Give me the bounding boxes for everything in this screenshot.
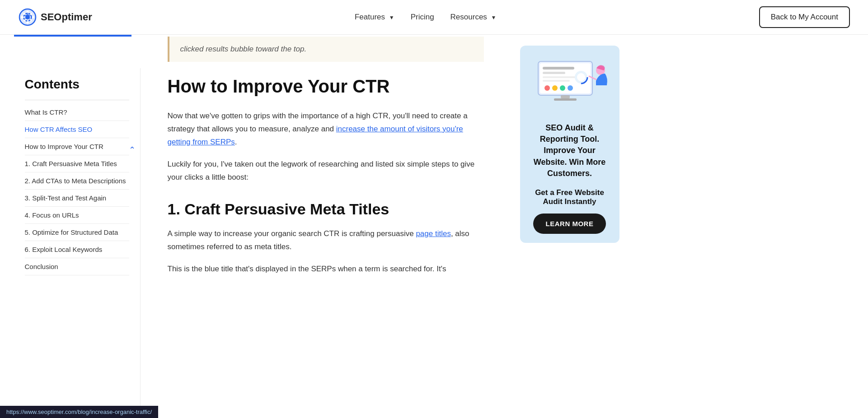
learn-more-button[interactable]: LEARN MORE [533,214,606,234]
svg-point-10 [577,73,585,81]
sidebar-title: Contents [25,77,129,92]
svg-point-14 [568,85,573,91]
logo-icon [18,8,37,27]
logo-text: SEOptimer [41,11,92,23]
chevron-down-icon: ▼ [491,14,497,21]
main-nav: Features ▼ Pricing Resources ▼ [355,13,497,22]
back-to-account-button[interactable]: Back to My Account [759,6,850,28]
sidebar-divider [25,100,129,100]
sidebar-item-add-ctas[interactable]: 2. Add CTAs to Meta Descriptions [25,172,129,190]
article-intro-para1: Now that we've gotten to grips with the … [168,110,484,149]
chevron-down-icon: ▼ [389,14,394,21]
svg-rect-6 [543,72,565,74]
nav-item-features[interactable]: Features ▼ [355,13,394,22]
ad-title: SEO Audit & Reporting Tool. Improve Your… [529,122,610,179]
page-titles-link[interactable]: page titles [416,229,451,238]
nav-item-resources[interactable]: Resources ▼ [450,13,497,22]
quote-block: clicked results bubble toward the top. [168,37,484,62]
sidebar-item-craft-meta-titles[interactable]: 1. Craft Persuasive Meta Titles [25,155,129,172]
header: SEOptimer Features ▼ Pricing Resources ▼ [0,0,868,35]
article-main-heading: How to Improve Your CTR [168,75,484,97]
sidebar-item-how-ctr-affects-seo[interactable]: How CTR Affects SEO [25,121,129,138]
article-subsection-heading: 1. Craft Persuasive Meta Titles [168,200,484,218]
svg-rect-15 [561,95,570,98]
sidebar-item-split-test[interactable]: 3. Split-Test and Test Again [25,190,129,207]
svg-rect-5 [543,67,574,70]
sidebar: Contents ⌃ What Is CTR? How CTR Affects … [14,68,141,418]
svg-point-11 [544,85,550,91]
sidebar-scroll-up-button[interactable]: ⌃ [129,145,136,155]
blue-bar [14,35,131,37]
svg-point-1 [25,15,30,19]
ad-card: SEO Audit & Reporting Tool. Improve Your… [520,46,619,243]
statusbar: https://www.seoptimer.com/blog/increase-… [0,406,158,418]
right-sidebar: SEO Audit & Reporting Tool. Improve Your… [511,37,629,418]
article-sub-para1: A simple way to increase your organic se… [168,228,484,254]
sidebar-item-conclusion[interactable]: Conclusion [25,258,129,275]
nav-link-features[interactable]: Features ▼ [355,13,394,21]
nav-item-pricing[interactable]: Pricing [411,13,434,22]
logo-area[interactable]: SEOptimer [18,8,92,27]
svg-point-13 [560,85,565,91]
nav-link-pricing[interactable]: Pricing [411,13,434,21]
svg-rect-8 [543,80,570,82]
article-intro-para2: Luckily for you, I've taken out the legw… [168,158,484,184]
main-content: clicked results bubble toward the top. H… [141,37,511,418]
article-sub-para2: This is the blue title that's displayed … [168,263,484,276]
ad-illustration [529,55,610,113]
page-layout: Contents ⌃ What Is CTR? How CTR Affects … [14,37,854,418]
sidebar-item-exploit-local-keywords[interactable]: 6. Exploit Local Keywords [25,241,129,258]
svg-rect-16 [554,98,577,101]
sidebar-item-structured-data[interactable]: 5. Optimize for Structured Data [25,224,129,241]
nav-link-resources[interactable]: Resources ▼ [450,13,497,21]
sidebar-item-focus-urls[interactable]: 4. Focus on URLs [25,207,129,224]
sidebar-item-how-to-improve[interactable]: How to Improve Your CTR [25,138,129,155]
svg-point-12 [552,85,558,91]
sidebar-item-what-is-ctr[interactable]: What Is CTR? [25,104,129,121]
ad-cta-label: Get a Free Website Audit Instantly [529,188,610,206]
